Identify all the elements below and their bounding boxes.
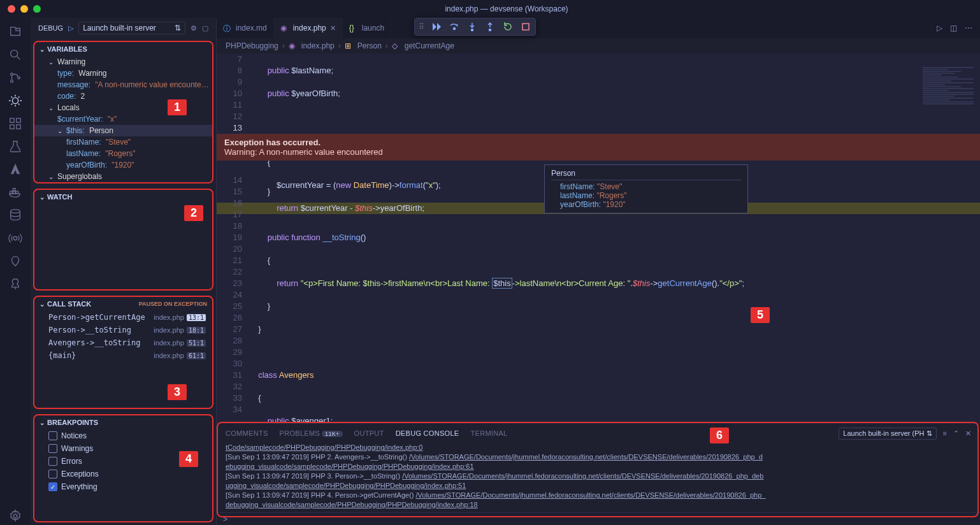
debug-console-input[interactable]: >: [217, 512, 980, 525]
tab-terminal[interactable]: TERMINAL: [471, 429, 508, 437]
checkbox[interactable]: [48, 470, 57, 478]
extensions-icon[interactable]: [6, 115, 24, 133]
svg-point-17: [472, 29, 473, 31]
session-select[interactable]: Launch built-in server (PH ⇅: [839, 428, 936, 440]
svg-point-14: [13, 236, 17, 240]
minimize-button[interactable]: [20, 5, 28, 13]
variable-row[interactable]: code: 2: [34, 90, 212, 102]
breakpoints-header[interactable]: ⌄BREAKPOINTS: [34, 415, 212, 429]
tab-debug-console[interactable]: DEBUG CONSOLE: [396, 429, 459, 437]
callstack-panel: ⌄CALL STACKPAUSED ON EXCEPTION Person->g…: [33, 296, 213, 409]
debug-icon[interactable]: [6, 92, 24, 110]
checkbox[interactable]: [48, 457, 57, 466]
debug-toolbar[interactable]: ⠿: [414, 18, 536, 36]
tree-icon[interactable]: [6, 275, 24, 293]
variable-row[interactable]: $currentYear: "x": [34, 113, 212, 125]
svg-point-2: [11, 80, 13, 83]
continue-icon[interactable]: [431, 21, 442, 32]
test-icon[interactable]: [6, 138, 24, 155]
svg-point-16: [454, 28, 456, 30]
tab-index-md[interactable]: ⓘindex.md: [217, 18, 274, 38]
annotation-badge: 2: [184, 205, 203, 221]
start-debug-icon[interactable]: ▷: [68, 24, 73, 32]
debug-label: DEBUG: [38, 24, 63, 32]
watch-panel: ⌄WATCH 2: [33, 189, 213, 291]
ext2-icon[interactable]: [6, 252, 24, 270]
variable-row[interactable]: message: "A non-numeric value encounte…: [34, 79, 212, 90]
search-icon[interactable]: [6, 46, 24, 64]
gear-icon[interactable]: ⚙: [191, 24, 197, 32]
php-icon: ◉: [280, 24, 289, 32]
code-editor[interactable]: 78910111213 public $lastName; public $ye…: [217, 54, 980, 423]
terminal-panel: 6 COMMENTS PROBLEMS11K+ OUTPUT DEBUG CON…: [217, 423, 980, 525]
tab-index-php[interactable]: ◉index.php✕: [274, 18, 343, 38]
tab-comments[interactable]: COMMENTS: [226, 429, 268, 437]
tab-problems[interactable]: PROBLEMS11K+: [280, 429, 343, 437]
step-into-icon[interactable]: [466, 21, 478, 32]
drag-handle-icon[interactable]: ⠿: [419, 22, 424, 31]
breakpoint-item[interactable]: Warnings: [34, 442, 212, 455]
variables-header[interactable]: ⌄VARIABLES: [34, 42, 212, 56]
variable-row[interactable]: type: Warning: [34, 68, 212, 79]
tab-output[interactable]: OUTPUT: [354, 429, 384, 437]
svg-rect-6: [17, 119, 20, 122]
debug-config-select[interactable]: Launch built-in server ⇅: [78, 22, 185, 34]
step-out-icon[interactable]: [484, 21, 496, 32]
callstack-frame[interactable]: Person->__toStringindex.php18:1: [34, 324, 212, 336]
php-icon: ◉: [289, 41, 298, 50]
annotation-badge: 5: [751, 307, 770, 323]
maximize-button[interactable]: [33, 5, 41, 13]
breadcrumb[interactable]: PHPDebugging› ◉index.php› ⊞Person› ◇getC…: [217, 38, 980, 54]
split-icon[interactable]: ◫: [950, 24, 957, 32]
stop-icon[interactable]: [520, 21, 531, 32]
close-button[interactable]: [8, 5, 15, 13]
checkbox[interactable]: [48, 444, 57, 453]
callstack-frame[interactable]: Avengers->__toStringindex.php51:1: [34, 336, 212, 349]
tab-launch-json[interactable]: {}launch: [343, 18, 391, 38]
azure-icon[interactable]: [6, 161, 24, 178]
source-control-icon[interactable]: [6, 69, 24, 87]
variable-group[interactable]: ⌄Locals: [34, 102, 212, 113]
svg-point-18: [489, 29, 491, 31]
database-icon[interactable]: [6, 206, 24, 224]
svg-point-3: [18, 76, 20, 79]
minimap[interactable]: [916, 54, 980, 423]
callstack-frame[interactable]: Person->getCurrentAgeindex.php13:1: [34, 311, 212, 324]
watch-header[interactable]: ⌄WATCH: [34, 190, 212, 204]
run-icon[interactable]: ▷: [937, 24, 942, 32]
hover-tooltip: Person firstName: "Steve" lastName: "Rog…: [544, 164, 748, 213]
step-over-icon[interactable]: [449, 21, 460, 32]
live-icon[interactable]: [6, 229, 24, 247]
collapse-icon[interactable]: ⌃: [953, 429, 959, 438]
more-icon[interactable]: ⋯: [965, 24, 972, 32]
checkbox[interactable]: [48, 431, 57, 440]
close-panel-icon[interactable]: ✕: [965, 429, 971, 438]
window-controls: [8, 5, 41, 13]
variable-row[interactable]: lastName: "Rogers": [34, 148, 212, 159]
docker-icon[interactable]: [6, 183, 24, 201]
variable-group[interactable]: ⌄Superglobals: [34, 171, 212, 182]
breakpoint-item[interactable]: Exceptions: [34, 468, 212, 480]
terminal-output[interactable]: tCode/samplecode/PHPDebugging/PHPDebuggi…: [217, 443, 980, 512]
breakpoint-item[interactable]: Errors: [34, 455, 212, 468]
editor-area: ⓘindex.md ◉index.php✕ {}launch ▷ ◫ ⋯ ⠿ P…: [217, 18, 980, 525]
variable-row[interactable]: firstName: "Steve": [34, 136, 212, 148]
explorer-icon[interactable]: [6, 23, 24, 41]
method-icon: ◇: [392, 41, 401, 50]
gutter: 78910111213: [217, 54, 247, 134]
variable-row[interactable]: ⌄$this: Person: [34, 125, 212, 136]
svg-rect-8: [17, 125, 20, 129]
settings-icon[interactable]: [6, 507, 24, 525]
debug-output-icon[interactable]: ▢: [202, 24, 208, 32]
breakpoint-item[interactable]: Notices: [34, 429, 212, 442]
variable-group[interactable]: ⌄Warning: [34, 56, 212, 68]
breakpoints-panel: ⌄BREAKPOINTS Notices Warnings Errors Exc…: [33, 414, 213, 522]
variable-row[interactable]: yearOfBirth: "1920": [34, 159, 212, 171]
breakpoint-item[interactable]: ✓Everything: [34, 480, 212, 493]
filter-icon[interactable]: ≡: [943, 429, 947, 437]
checkbox[interactable]: ✓: [48, 482, 57, 491]
callstack-frame[interactable]: {main}index.php61:1: [34, 349, 212, 362]
restart-icon[interactable]: [502, 21, 514, 32]
close-icon[interactable]: ✕: [330, 24, 336, 32]
callstack-header[interactable]: ⌄CALL STACKPAUSED ON EXCEPTION: [34, 297, 212, 311]
